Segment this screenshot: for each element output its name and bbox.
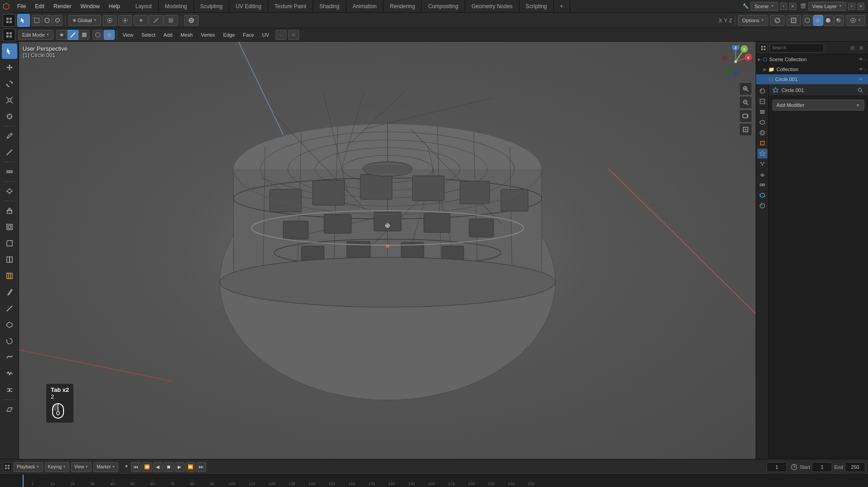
menu-edge[interactable]: Edge xyxy=(219,30,238,40)
object-properties-btn[interactable] xyxy=(757,138,767,148)
view-layer-add-btn[interactable]: + xyxy=(848,3,855,10)
bisect-tool-btn[interactable] xyxy=(2,301,17,316)
vert-select-header[interactable] xyxy=(134,15,148,26)
viewport-overlays-btn[interactable] xyxy=(770,15,785,26)
menu-help[interactable]: Help xyxy=(104,0,125,12)
scene-properties-btn[interactable] xyxy=(757,117,767,127)
face-select-header[interactable] xyxy=(164,15,178,26)
physics-properties-btn[interactable] xyxy=(757,169,767,179)
uv-sync-btn[interactable]: ↔ xyxy=(276,30,286,40)
tab-animation[interactable]: Animation xyxy=(346,0,383,12)
tab-modeling[interactable]: Modeling xyxy=(159,0,194,12)
outliner-settings-btn[interactable]: ⊞ xyxy=(857,44,865,52)
editor-type-btn[interactable] xyxy=(3,14,15,27)
annotate-line-tool-btn[interactable] xyxy=(2,145,17,160)
menu-window[interactable]: Window xyxy=(76,0,104,12)
vertex-select-mode-btn[interactable] xyxy=(56,30,67,40)
collection-select[interactable]: ↓ xyxy=(864,67,867,72)
output-properties-btn[interactable] xyxy=(757,96,767,106)
render-region-btn[interactable] xyxy=(739,123,752,136)
add-modifier-btn[interactable]: Add Modifier ▼ xyxy=(772,100,864,111)
view-layer-props-btn[interactable] xyxy=(757,107,767,117)
smooth-tool-btn[interactable] xyxy=(2,350,17,365)
overlay-options-btn[interactable]: ▼ xyxy=(846,15,865,26)
scene-add-btn[interactable]: + xyxy=(780,3,787,10)
tab-sculpting[interactable]: Sculpting xyxy=(194,0,229,12)
constraints-properties-btn[interactable] xyxy=(757,180,767,190)
step-forward-btn[interactable]: ⏩ xyxy=(185,462,195,472)
data-properties-btn[interactable] xyxy=(757,190,767,200)
proportional-editing-btn[interactable] xyxy=(118,15,132,26)
face-select-mode-btn[interactable] xyxy=(79,30,90,40)
particles-properties-btn[interactable] xyxy=(757,159,767,169)
viewport-gizmo-btn[interactable] xyxy=(786,15,801,26)
randomize-tool-btn[interactable] xyxy=(2,366,17,381)
snap-toggle-btn[interactable] xyxy=(103,15,116,26)
transform-tool-btn[interactable] xyxy=(2,109,17,124)
scene-remove-btn[interactable]: ✕ xyxy=(789,3,796,10)
outliner-filter-btn[interactable]: ⊟ xyxy=(848,44,856,52)
tab-add[interactable]: + xyxy=(554,0,570,12)
edge-slide-tool-btn[interactable] xyxy=(2,382,17,398)
tab-shading[interactable]: Shading xyxy=(313,0,346,12)
material-preview-btn[interactable] xyxy=(824,15,834,26)
shear-tool-btn[interactable] xyxy=(2,402,17,417)
rotate-tool-btn[interactable] xyxy=(2,76,17,92)
modifier-properties-btn active[interactable] xyxy=(757,149,767,159)
rendered-mode-btn[interactable] xyxy=(834,15,844,26)
scene-collection-item[interactable]: ▶ ⬡ Scene Collection 👁 ↓ xyxy=(756,54,868,64)
bevel-tool-btn[interactable] xyxy=(2,236,17,251)
scene-collection-select[interactable]: ↓ xyxy=(864,57,867,62)
edge-select-header[interactable] xyxy=(149,15,163,26)
poly-build-tool-btn[interactable] xyxy=(2,317,17,333)
jump-end-btn[interactable]: ⏭ xyxy=(196,462,206,472)
playback-dropdown[interactable]: Playback ▼ xyxy=(14,462,43,472)
timeline-frame-bar[interactable]: 1 10 20 30 40 50 60 70 80 90 100 110 120… xyxy=(0,474,868,487)
cursor-tool-btn[interactable] xyxy=(2,183,17,199)
tab-rendering[interactable]: Rendering xyxy=(383,0,422,12)
menu-add[interactable]: Add xyxy=(160,30,176,40)
end-frame-input[interactable]: 250 xyxy=(845,462,865,472)
material-properties-btn[interactable] xyxy=(757,201,767,211)
menu-mesh[interactable]: Mesh xyxy=(177,30,196,40)
extrude-tool-btn[interactable] xyxy=(2,203,17,218)
view-layer-selector[interactable]: View Layer ▼ xyxy=(808,2,846,11)
keying-dropdown[interactable]: Keying ▼ xyxy=(45,462,70,472)
properties-search-btn[interactable] xyxy=(856,86,864,94)
tab-compositing[interactable]: Compositing xyxy=(422,0,465,12)
play-reverse-btn[interactable]: ◀ xyxy=(153,462,163,472)
play-btn[interactable]: ▶ xyxy=(175,462,184,472)
object-select[interactable]: ↓ xyxy=(864,77,867,82)
mode-selector[interactable]: Edit Mode ▼ xyxy=(18,30,53,40)
select-tool-btn[interactable] xyxy=(2,43,17,59)
wireframe-mode-btn[interactable] xyxy=(803,15,813,26)
select-cursor-btn[interactable] xyxy=(17,14,30,27)
collection-item[interactable]: ▶ 📁 Collection 👁 ↓ xyxy=(756,64,868,74)
view-dropdown[interactable]: View ▼ xyxy=(71,462,92,472)
menu-select[interactable]: Select xyxy=(138,30,159,40)
tab-geometry-nodes[interactable]: Geometry Nodes xyxy=(465,0,519,12)
edge-select-mode-btn[interactable] xyxy=(68,30,78,40)
zoom-in-btn[interactable] xyxy=(739,82,752,95)
circle-object-item[interactable]: ⬡ Circle.001 👁 ↓ xyxy=(756,74,868,84)
start-frame-input[interactable]: 1 xyxy=(812,462,832,472)
camera-view-btn[interactable] xyxy=(739,110,752,122)
collection-eye[interactable]: 👁 xyxy=(859,67,863,72)
loop-cut-tool-btn[interactable] xyxy=(2,252,17,267)
view-solid-btn[interactable] xyxy=(104,30,115,40)
view-wireframe-btn[interactable] xyxy=(92,30,103,40)
menu-view[interactable]: View xyxy=(119,30,137,40)
timeline-editor-type-btn[interactable] xyxy=(3,463,12,472)
object-eye[interactable]: 👁 xyxy=(859,77,863,82)
keyframe-btn[interactable] xyxy=(124,463,129,470)
current-frame-input[interactable]: 1 xyxy=(766,462,787,472)
scale-tool-btn[interactable] xyxy=(2,92,17,108)
world-properties-btn[interactable] xyxy=(757,128,767,138)
editor-type-btn-2[interactable] xyxy=(3,29,15,41)
viewport-shading-wireframe[interactable] xyxy=(184,15,199,26)
box-select-btn[interactable] xyxy=(32,15,42,26)
zoom-out-btn[interactable] xyxy=(739,96,752,109)
menu-edit[interactable]: Edit xyxy=(30,0,49,12)
jump-start-btn[interactable]: ⏮ xyxy=(131,462,141,472)
viewport-3d[interactable]: User Perspective (1) Circle.001 Y X Z xyxy=(19,42,756,459)
